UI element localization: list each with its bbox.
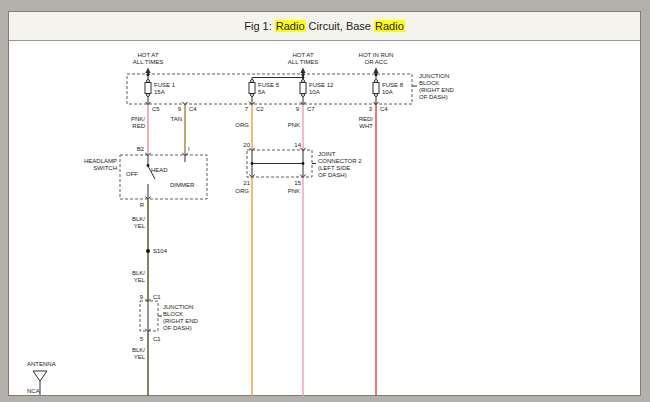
figure-title-bar: Fig 1: Radio Circuit, Base Radio: [9, 12, 640, 41]
diagram-canvas[interactable]: [9, 41, 640, 395]
figure-title: Fig 1: Radio Circuit, Base Radio: [244, 20, 405, 32]
diagram-viewer-panel: Fig 1: Radio Circuit, Base Radio: [8, 11, 641, 396]
title-middle: Circuit, Base: [306, 20, 374, 32]
app-window: Fig 1: Radio Circuit, Base Radio HOT AT …: [0, 0, 650, 402]
title-search-highlight-2: Radio: [374, 20, 405, 32]
title-search-highlight-1: Radio: [275, 20, 306, 32]
title-prefix: Fig 1:: [244, 20, 275, 32]
